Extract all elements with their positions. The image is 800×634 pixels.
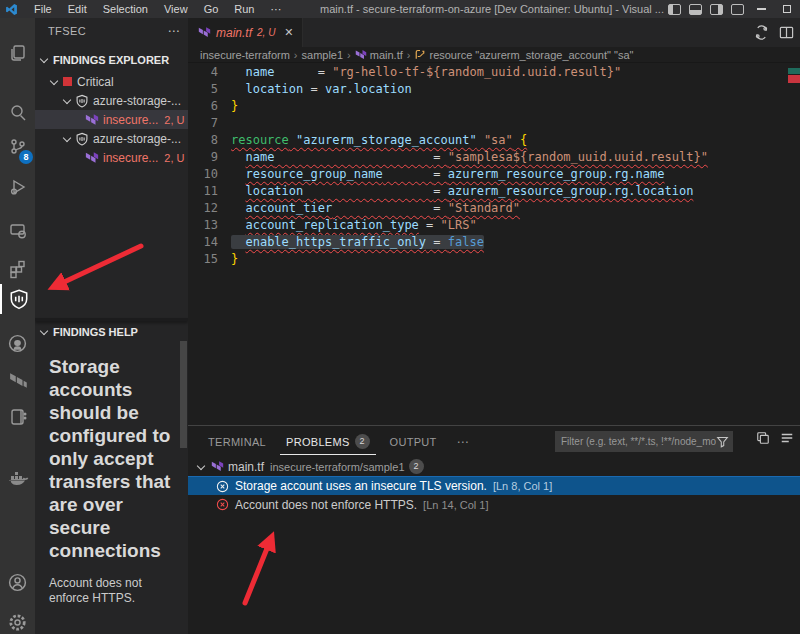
settings-gear-icon[interactable] xyxy=(0,607,35,634)
code-token: account_tier xyxy=(245,201,332,215)
tree-item-insecure-2[interactable]: insecure... 2, U xyxy=(35,148,188,167)
code-token: name xyxy=(245,65,274,79)
problems-filter[interactable] xyxy=(555,431,733,452)
code-line-6[interactable]: 6} xyxy=(188,98,800,115)
terraform-file-icon xyxy=(198,26,211,39)
findings-help-header[interactable]: FINDINGS HELP xyxy=(35,323,188,341)
problems-file-path: insecure-terraform/sample1 xyxy=(270,461,405,473)
code-token: account_replication_type xyxy=(245,218,418,232)
code-token: "rg-hello-tf-${random_uuid.uuid.result}" xyxy=(332,65,621,79)
explorer-icon[interactable] xyxy=(0,38,35,68)
filter-input[interactable] xyxy=(561,436,716,447)
breadcrumb-file[interactable]: main.tf xyxy=(370,49,403,61)
code-token: } xyxy=(231,252,238,266)
code-token: resource_group_name xyxy=(245,167,382,181)
github-icon[interactable] xyxy=(0,328,35,358)
view-as-list-icon[interactable] xyxy=(780,431,794,445)
code-token xyxy=(231,201,245,215)
menu-view[interactable]: View xyxy=(156,0,196,18)
notebook-icon[interactable] xyxy=(0,402,35,432)
terraform-icon[interactable] xyxy=(0,366,35,396)
toggle-secondary-sidebar-icon[interactable] xyxy=(710,4,723,15)
code-token: = xyxy=(318,65,332,79)
breadcrumb-folder[interactable]: sample1 xyxy=(302,49,344,61)
findings-explorer-header[interactable]: FINDINGS EXPLORER xyxy=(35,51,188,69)
code-line-9[interactable]: 9 name = "samplesa${random_uuid.uuid.res… xyxy=(188,149,800,166)
code-line-5[interactable]: 5 location = var.location xyxy=(188,81,800,98)
breadcrumb-folder[interactable]: insecure-terraform xyxy=(200,49,290,61)
overview-ruler-mark-red xyxy=(788,75,800,83)
problem-row-tls[interactable]: Storage account uses an insecure TLS ver… xyxy=(188,476,800,495)
error-icon xyxy=(216,498,229,511)
code-line-12[interactable]: 12 account_tier = "Standard" xyxy=(188,200,800,217)
menu-go[interactable]: Go xyxy=(196,0,227,18)
code-line-4[interactable]: 4 name = "rg-hello-tf-${random_uuid.uuid… xyxy=(188,64,800,81)
remote-explorer-icon[interactable] xyxy=(0,216,35,246)
toggle-sidebar-icon[interactable] xyxy=(668,4,681,15)
chevron-down-icon xyxy=(40,55,48,63)
close-icon[interactable]: ✕ xyxy=(284,26,293,39)
critical-severity-icon xyxy=(63,77,72,86)
activity-bar: 8 xyxy=(0,18,35,634)
code-line-15[interactable]: 15} xyxy=(188,251,800,268)
sidebar-scrollbar[interactable] xyxy=(180,341,187,448)
code-line-10[interactable]: 10 resource_group_name = azurerm_resourc… xyxy=(188,166,800,183)
account-icon[interactable] xyxy=(0,567,35,597)
tfsec-shield-icon xyxy=(75,94,89,108)
code-line-8[interactable]: 8resource "azurerm_storage_account" "sa"… xyxy=(188,132,800,149)
tree-item-azure-storage-1[interactable]: azure-storage-... xyxy=(35,91,188,110)
code-line-11[interactable]: 11 location = azurerm_resource_group.rg.… xyxy=(188,183,800,200)
code-line-7[interactable]: 7 xyxy=(188,115,800,132)
docker-icon[interactable] xyxy=(0,464,35,494)
code-token xyxy=(231,65,245,79)
menu-overflow[interactable]: ⋯ xyxy=(263,0,290,18)
minimize-button[interactable] xyxy=(748,0,774,18)
extensions-icon[interactable] xyxy=(0,254,35,284)
tfsec-icon[interactable] xyxy=(0,284,35,314)
tree-item-insecure-1[interactable]: insecure... 2, U xyxy=(35,110,188,129)
source-control-icon[interactable]: 8 xyxy=(0,132,35,162)
toggle-panel-icon[interactable] xyxy=(689,4,702,15)
tab-main-tf[interactable]: main.tf 2, U ✕ xyxy=(188,18,303,47)
customize-layout-icon[interactable] xyxy=(731,4,744,15)
tree-item-azure-storage-2[interactable]: azure-storage-... xyxy=(35,129,188,148)
search-icon[interactable] xyxy=(0,98,35,128)
tab-problems[interactable]: PROBLEMS 2 xyxy=(280,428,376,455)
line-content: resource "azurerm_storage_account" "sa" … xyxy=(218,132,527,149)
sidebar-more-icon[interactable]: ⋯ xyxy=(168,24,180,38)
menu-selection[interactable]: Selection xyxy=(95,0,156,18)
code-editor[interactable]: 4 name = "rg-hello-tf-${random_uuid.uuid… xyxy=(188,63,800,425)
file-problems-count-badge: 2 xyxy=(409,459,424,474)
panel-more-icon[interactable]: ⋯ xyxy=(451,435,475,449)
tfsec-shield-icon xyxy=(75,132,89,146)
terraform-file-icon xyxy=(355,49,367,61)
code-token xyxy=(231,235,245,249)
menu-edit[interactable]: Edit xyxy=(60,0,95,18)
tab-output[interactable]: OUTPUT xyxy=(384,430,443,453)
tree-item-critical[interactable]: Critical xyxy=(35,72,188,91)
run-debug-icon[interactable] xyxy=(0,172,35,202)
menu-file[interactable]: File xyxy=(26,0,60,18)
maximize-button[interactable] xyxy=(774,0,800,18)
code-line-14[interactable]: 14 enable_https_traffic_only = false xyxy=(188,234,800,251)
line-number: 9 xyxy=(188,149,218,166)
filter-funnel-icon[interactable] xyxy=(716,435,729,448)
code-token xyxy=(419,218,426,232)
split-editor-icon[interactable] xyxy=(779,25,794,40)
menu-run[interactable]: Run xyxy=(226,0,262,18)
breadcrumb-symbol[interactable]: resource "azurerm_storage_account" "sa" xyxy=(429,49,633,61)
line-number: 15 xyxy=(188,251,218,268)
problem-row-https[interactable]: Account does not enforce HTTPS. [Ln 14, … xyxy=(188,495,800,514)
vscode-logo-icon xyxy=(5,3,18,16)
code-token xyxy=(303,184,433,198)
chevron-down-icon xyxy=(197,461,205,469)
code-line-13[interactable]: 13 account_replication_type = "LRS" xyxy=(188,217,800,234)
code-token: = xyxy=(426,218,440,232)
tab-terminal[interactable]: TERMINAL xyxy=(202,430,272,453)
open-changes-icon[interactable] xyxy=(754,25,769,40)
copy-icon[interactable] xyxy=(756,431,770,445)
section-divider[interactable] xyxy=(35,318,188,321)
breadcrumb-separator: › xyxy=(406,49,412,61)
problems-file-row[interactable]: main.tf insecure-terraform/sample1 2 xyxy=(188,457,800,476)
code-token: = xyxy=(433,184,447,198)
